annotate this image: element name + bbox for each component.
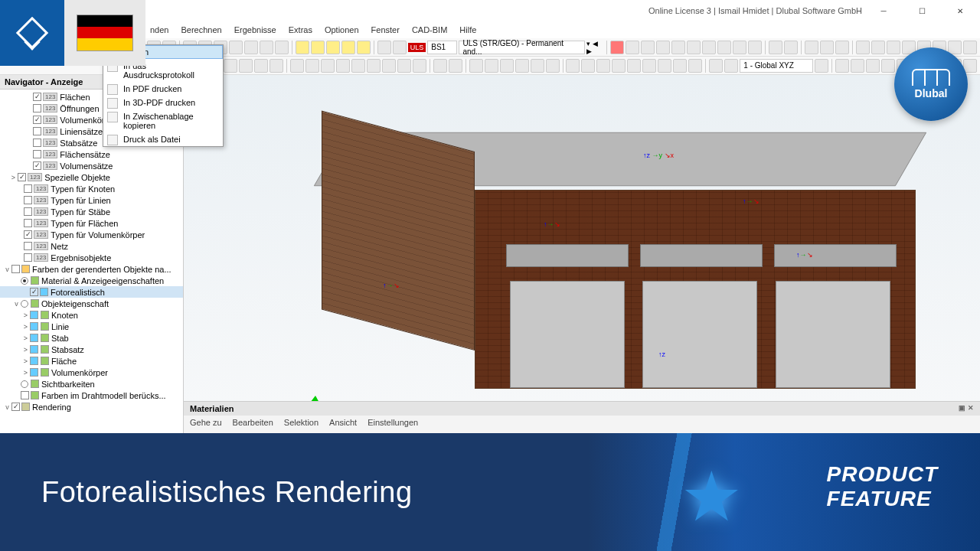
tool-icon[interactable]: [871, 41, 885, 54]
tool-icon[interactable]: [254, 59, 268, 73]
menu-item[interactable]: Hilfe: [455, 24, 481, 36]
tool-icon[interactable]: [702, 41, 716, 54]
viewport-3d[interactable]: ↑z →y ↘x ↑→↘ ↑→↘ ↑→↘ ↑→↘ ↑z: [184, 75, 980, 453]
tool-icon[interactable]: [367, 59, 381, 73]
mat-tab[interactable]: Bearbeiten: [233, 418, 273, 427]
tool-icon[interactable]: [351, 59, 365, 73]
tool-icon[interactable]: [469, 59, 483, 73]
tool-icon[interactable]: [820, 41, 834, 54]
mat-tab[interactable]: Einstellungen: [368, 418, 418, 427]
tool-icon[interactable]: [485, 59, 498, 73]
tool-icon[interactable]: [612, 59, 626, 73]
tree-item[interactable]: >Knoten: [0, 309, 183, 321]
combo-uls[interactable]: ULS (STR/GEO) - Permanent and...: [459, 41, 585, 54]
tool-icon[interactable]: [948, 41, 962, 54]
tool-icon[interactable]: [748, 41, 762, 54]
tool-icon[interactable]: [311, 41, 325, 54]
tool-icon[interactable]: [866, 59, 880, 73]
tool-icon[interactable]: [835, 41, 849, 54]
tool-icon[interactable]: [546, 59, 560, 73]
tool-icon[interactable]: [627, 59, 641, 73]
tool-icon[interactable]: [784, 41, 798, 54]
tool-icon[interactable]: [641, 41, 655, 54]
tree-item[interactable]: >Stabsatz: [0, 344, 183, 355]
combo-coord[interactable]: 1 - Global XYZ: [740, 59, 813, 73]
tool-icon[interactable]: [688, 59, 702, 73]
tree-item[interactable]: 123Typen für Flächen: [0, 217, 183, 229]
menu-item[interactable]: Fenster: [367, 24, 404, 36]
tool-icon[interactable]: [270, 59, 283, 73]
mat-tab[interactable]: Ansicht: [329, 418, 357, 427]
tool-icon[interactable]: [290, 59, 304, 73]
menu-item[interactable]: CAD-BIM: [407, 24, 452, 36]
close-button[interactable]: ✕: [943, 0, 977, 21]
tree-item[interactable]: 123Volumensätze: [0, 160, 183, 171]
tool-icon[interactable]: [671, 41, 685, 54]
tree-item[interactable]: vFarben der gerenderten Objekte na...: [0, 263, 183, 275]
tree-item[interactable]: >Fläche: [0, 355, 183, 367]
tool-icon[interactable]: [626, 41, 639, 54]
context-menu-item[interactable]: In 3D-PDF drucken: [103, 96, 223, 109]
tool-icon[interactable]: [275, 41, 289, 54]
tool-icon[interactable]: [687, 41, 701, 54]
tool-icon[interactable]: [336, 59, 350, 73]
tree-item[interactable]: Sichtbarkeiten: [0, 378, 183, 390]
tree-item[interactable]: 123Typen für Stäbe: [0, 206, 183, 217]
mat-tab[interactable]: Selektion: [284, 418, 318, 427]
tree-item[interactable]: Fotorealistisch: [0, 286, 183, 298]
tool-icon[interactable]: [709, 59, 723, 73]
tool-icon[interactable]: [673, 59, 687, 73]
tool-icon[interactable]: [500, 59, 514, 73]
tool-icon[interactable]: [835, 59, 849, 73]
tool-icon[interactable]: [610, 41, 624, 54]
tool-icon[interactable]: [382, 59, 396, 73]
tool-icon[interactable]: [357, 41, 371, 54]
tool-icon[interactable]: [596, 59, 610, 73]
tree-item[interactable]: vObjekteigenschaft: [0, 298, 183, 309]
tree-item[interactable]: >Linie: [0, 321, 183, 332]
tool-icon[interactable]: [341, 41, 355, 54]
tool-icon[interactable]: [433, 59, 447, 73]
tool-icon[interactable]: [239, 59, 253, 73]
tree-item[interactable]: >Stab: [0, 332, 183, 344]
tool-icon[interactable]: [642, 59, 656, 73]
menu-item[interactable]: nden: [145, 24, 173, 36]
tool-icon[interactable]: [851, 59, 864, 73]
context-menu-item[interactable]: In Zwischenablage kopieren: [103, 109, 223, 132]
tool-icon[interactable]: [397, 59, 411, 73]
tool-icon[interactable]: [805, 41, 818, 54]
context-menu-item[interactable]: In PDF drucken: [103, 82, 223, 96]
tool-icon[interactable]: [566, 59, 580, 73]
tool-icon[interactable]: [515, 59, 529, 73]
tool-icon[interactable]: [881, 59, 895, 73]
mat-tab[interactable]: Gehe zu: [190, 418, 222, 427]
maximize-button[interactable]: ☐: [905, 0, 939, 21]
tool-icon[interactable]: [326, 41, 340, 54]
tree-item[interactable]: 123Typen für Knoten: [0, 183, 183, 194]
menu-item[interactable]: Extras: [284, 24, 317, 36]
tool-icon[interactable]: [305, 59, 319, 73]
tool-icon[interactable]: [856, 41, 870, 54]
tree-item[interactable]: 123Netz: [0, 240, 183, 252]
tool-icon[interactable]: [393, 41, 407, 54]
tree-item[interactable]: 123Typen für Linien: [0, 194, 183, 206]
tool-icon[interactable]: [769, 41, 782, 54]
tool-icon[interactable]: [815, 59, 828, 73]
tree-item[interactable]: Material & Anzeigeeigenschaften: [0, 275, 183, 286]
menu-item[interactable]: Optionen: [320, 24, 364, 36]
tool-icon[interactable]: [224, 59, 237, 73]
tool-icon[interactable]: [449, 59, 462, 73]
menu-item[interactable]: Berechnen: [176, 24, 226, 36]
tool-icon[interactable]: [377, 41, 391, 54]
tool-icon[interactable]: [887, 41, 900, 54]
tree-item[interactable]: 123Ergebnisobjekte: [0, 252, 183, 263]
tool-icon[interactable]: [717, 41, 731, 54]
tree-item[interactable]: >Volumenkörper: [0, 367, 183, 378]
tool-icon[interactable]: [321, 59, 335, 73]
menu-item[interactable]: Ergebnisse: [230, 24, 281, 36]
tool-icon[interactable]: [963, 41, 977, 54]
tool-icon[interactable]: [260, 41, 273, 54]
tool-icon[interactable]: [413, 59, 426, 73]
tool-icon[interactable]: [244, 41, 258, 54]
tree-item[interactable]: 123Typen für Volumenkörper: [0, 229, 183, 240]
